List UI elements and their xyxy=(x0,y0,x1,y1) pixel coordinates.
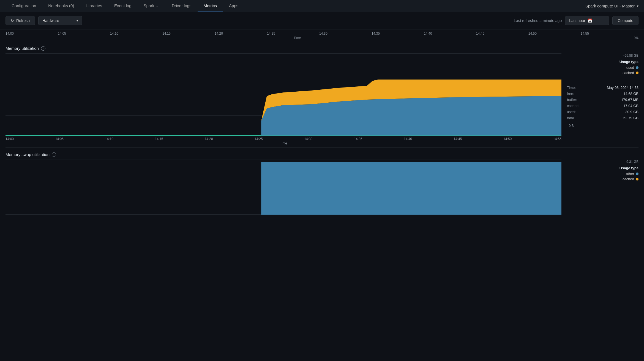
nav-metrics[interactable]: Metrics xyxy=(198,0,223,12)
memory-chart-title: Memory utilization i xyxy=(6,46,638,51)
top-axis-labels: 14:00 14:05 14:10 14:15 14:20 14:25 14:3… xyxy=(6,32,589,36)
swap-used-area xyxy=(6,162,561,215)
memory-info-icon[interactable]: i xyxy=(41,46,45,51)
swap-legend-dot-cached xyxy=(636,178,638,180)
memory-swap-chart-title: Memory swap utilization i xyxy=(6,152,638,157)
nav-compute-dropdown[interactable]: Spark compute UI - Master ▾ xyxy=(585,4,638,8)
nav-driver-logs[interactable]: Driver logs xyxy=(166,0,198,12)
nav-configuration[interactable]: Configuration xyxy=(6,0,42,12)
swap-usage-type-label: Usage type xyxy=(567,166,638,170)
legend-dot-used xyxy=(636,66,638,69)
calendar-icon: 📅 xyxy=(588,18,592,23)
memory-chart-area xyxy=(6,53,561,136)
legend-dot-cached xyxy=(636,72,638,74)
top-axis-time-label: Time xyxy=(6,36,589,42)
toolbar-right: Last refreshed a minute ago Last hour 📅 … xyxy=(514,16,638,25)
y-top-label: –55.88 GB xyxy=(623,54,638,58)
memory-bottom-axis-wrapper: 14:00 14:05 14:10 14:15 14:20 14:25 14:3… xyxy=(6,136,638,145)
nav-libraries[interactable]: Libraries xyxy=(80,0,108,12)
memory-swap-chart-area xyxy=(6,160,561,215)
last-refreshed-label: Last refreshed a minute ago xyxy=(514,18,562,23)
nav-spark-ui[interactable]: Spark UI xyxy=(138,0,166,12)
memory-swap-info-icon[interactable]: i xyxy=(52,152,56,157)
chevron-down-icon: ▾ xyxy=(637,4,638,8)
swap-legend-cached: cached xyxy=(567,177,638,181)
tooltip-free-row: free: 14.68 GB xyxy=(567,91,638,97)
memory-swap-chart-svg xyxy=(6,160,561,215)
memory-swap-section: Memory swap utilization i –9.31 GB Usage… xyxy=(0,150,644,215)
refresh-button[interactable]: ↻ Refresh xyxy=(6,16,35,25)
nav-notebooks[interactable]: Notebooks (0) xyxy=(42,0,80,12)
memory-swap-right: –9.31 GB Usage type other cached xyxy=(561,160,638,215)
nav-apps[interactable]: Apps xyxy=(223,0,244,12)
section-divider xyxy=(6,147,638,148)
tooltip-used-row: used: 30.9 GB xyxy=(567,109,638,115)
refresh-icon: ↻ xyxy=(11,18,14,23)
legend-used: used xyxy=(567,65,638,70)
tooltip-buffer-row: buffer: 179.67 MB xyxy=(567,97,638,103)
memory-bottom-axis: 14:00 14:05 14:10 14:15 14:20 14:25 14:3… xyxy=(6,136,561,145)
tooltip-cached-row: cached: 17.04 GB xyxy=(567,103,638,109)
memory-chart-svg xyxy=(6,53,561,136)
memory-chart-right: –55.88 GB Usage type used cached Time: M… xyxy=(561,53,638,136)
nav-bar: Configuration Notebooks (0) Libraries Ev… xyxy=(0,0,644,12)
legend-cached: cached xyxy=(567,71,638,75)
memory-utilization-section: Memory utilization i xyxy=(0,42,644,145)
y-bottom-label: –0 B xyxy=(567,124,574,128)
top-axis-right-label: –0% xyxy=(589,36,638,42)
memory-swap-chart-wrapper: –9.31 GB Usage type other cached xyxy=(6,160,638,215)
swap-y-top-label: –9.31 GB xyxy=(624,160,638,164)
bottom-axis-labels: 14:00 14:05 14:10 14:15 14:20 14:25 14:3… xyxy=(6,136,561,141)
compute-button[interactable]: Compute xyxy=(612,16,638,25)
nav-event-log[interactable]: Event log xyxy=(108,0,138,12)
bottom-axis-time-label: Time xyxy=(6,141,561,145)
swap-legend-dot-other xyxy=(636,173,638,175)
memory-chart-wrapper: –55.88 GB Usage type used cached Time: M… xyxy=(6,53,638,136)
toolbar: ↻ Refresh Hardware ▾ Last refreshed a mi… xyxy=(0,12,644,29)
time-range-button[interactable]: Last hour 📅 xyxy=(565,16,609,25)
bottom-right-spacer xyxy=(561,136,638,145)
tooltip-time-row: Time: May 08, 2024 14:58 xyxy=(567,85,638,91)
hardware-dropdown[interactable]: Hardware ▾ xyxy=(38,16,82,25)
tooltip-total-row: total: 62.79 GB xyxy=(567,115,638,121)
usage-type-label: Usage type xyxy=(567,60,638,64)
tooltip-box: Time: May 08, 2024 14:58 free: 14.68 GB … xyxy=(567,85,638,121)
swap-legend-other: other xyxy=(567,172,638,176)
top-time-axis: 14:00 14:05 14:10 14:15 14:20 14:25 14:3… xyxy=(0,29,644,42)
dropdown-arrow-icon: ▾ xyxy=(77,19,78,23)
